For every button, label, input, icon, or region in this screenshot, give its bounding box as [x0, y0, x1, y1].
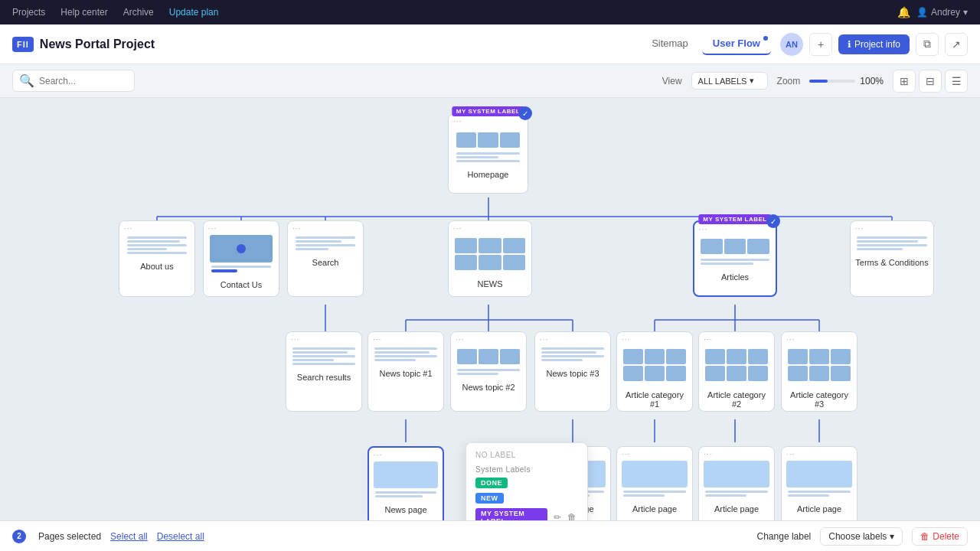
main-tabs: Sitemap User Flow	[641, 33, 771, 55]
card-search[interactable]: ··· Search	[287, 220, 364, 297]
deselect-all-link[interactable]: Deselect all	[157, 531, 204, 542]
view-select[interactable]: ALL LABELS ▾	[691, 72, 768, 90]
card-label-article-page1: Article page	[617, 504, 692, 514]
card-label-homepage: Homepage	[449, 170, 528, 179]
card-label-news: NEWS	[449, 279, 531, 289]
card-about[interactable]: ··· About us	[119, 220, 195, 297]
card-label-news-topic3: News topic #3	[535, 369, 610, 378]
canvas: MY SYSTEM LABEL ✓ ··· Homepage ··· About…	[0, 98, 980, 520]
selected-pages-count: 2	[12, 530, 26, 543]
zoom-slider[interactable]	[809, 80, 855, 83]
edit-label-button[interactable]: ✏	[552, 510, 563, 520]
avatar[interactable]: AN	[780, 33, 803, 56]
logo-mark: FII	[12, 37, 34, 52]
label-new[interactable]: NEW	[471, 491, 583, 506]
project-info-button[interactable]: ℹ Project info	[838, 34, 910, 54]
card-news-topic2[interactable]: ··· News topic #2	[450, 331, 527, 412]
delete-button[interactable]: 🗑 Delete	[912, 527, 968, 546]
card-homepage[interactable]: MY SYSTEM LABEL ✓ ··· Homepage	[448, 113, 528, 194]
zoom-label: Zoom	[777, 76, 801, 86]
nav-update-plan[interactable]: Update plan	[169, 7, 219, 18]
card-search-results[interactable]: ··· Search results	[286, 331, 362, 412]
card-article-page1[interactable]: ··· Article page	[616, 446, 693, 520]
toolbar: 🔍 View ALL LABELS ▾ Zoom 100% ⊞ ⊟ ☰	[0, 64, 980, 98]
copy-button[interactable]: ⧉	[916, 33, 939, 56]
compact-view-button[interactable]: ⊟	[919, 70, 942, 93]
card-label-news-page: News page	[369, 505, 443, 514]
card-news[interactable]: ··· NEWS	[448, 220, 532, 297]
card-label-news-topic1: News topic #1	[368, 369, 443, 378]
system-badge: MY SYSTEM LABEL	[475, 508, 547, 520]
top-navigation: Projects Help center Archive Update plan…	[0, 0, 980, 24]
card-article-cat1[interactable]: ··· Article category #1	[616, 331, 693, 412]
label-system[interactable]: MY SYSTEM LABEL ✏ 🗑	[471, 506, 583, 520]
card-contact[interactable]: ··· Contact Us	[203, 220, 279, 297]
list-view-button[interactable]: ☰	[945, 70, 968, 93]
card-articles[interactable]: MY SYSTEM LABEL ✓ ··· Articles	[693, 220, 777, 297]
card-label-search: Search	[288, 258, 363, 267]
view-label: View	[662, 76, 682, 86]
card-news-topic1[interactable]: ··· News topic #1	[368, 331, 444, 412]
card-label-about: About us	[119, 262, 194, 271]
search-icon: 🔍	[19, 73, 34, 88]
card-label-article-page3: Article page	[782, 504, 857, 514]
card-label-news-topic2: News topic #2	[451, 383, 526, 392]
tab-user-flow[interactable]: User Flow	[702, 33, 771, 55]
system-label-articles: MY SYSTEM LABEL	[698, 214, 771, 224]
zoom-value: 100%	[860, 76, 884, 86]
system-labels-section: System Labels	[471, 462, 583, 475]
check-badge-articles: ✓	[766, 214, 780, 228]
card-label-article-cat3: Article category #3	[782, 390, 857, 409]
view-mode-group: ⊞ ⊟ ☰	[893, 70, 968, 93]
card-terms[interactable]: ··· Terms & Conditions	[850, 220, 934, 297]
logo[interactable]: FII News Portal Project	[12, 37, 155, 52]
pages-selected-label: Pages selected	[38, 531, 101, 542]
no-label-option[interactable]: NO LABEL	[471, 448, 583, 462]
zoom-controls: 100%	[809, 76, 884, 86]
label-done[interactable]: DONE	[471, 475, 583, 491]
search-input[interactable]	[39, 76, 128, 86]
nav-help-center[interactable]: Help center	[60, 7, 107, 18]
card-label-terms: Terms & Conditions	[851, 258, 933, 267]
choose-labels-button[interactable]: Choose labels ▾	[820, 527, 903, 546]
card-article-cat2[interactable]: ··· Article category #2	[698, 331, 775, 412]
nav-projects[interactable]: Projects	[12, 7, 45, 18]
search-box[interactable]: 🔍	[12, 70, 135, 92]
add-user-button[interactable]: +	[809, 33, 832, 56]
header-bar: FII News Portal Project Sitemap User Flo…	[0, 24, 980, 64]
user-menu[interactable]: 👤 Andrey ▾	[916, 7, 968, 18]
card-article-cat3[interactable]: ··· Article category #3	[781, 331, 858, 412]
card-article-page2[interactable]: ··· Article page	[698, 446, 775, 520]
label-dropdown: NO LABEL System Labels DONE NEW MY SYSTE…	[466, 442, 588, 520]
done-badge: DONE	[475, 478, 508, 488]
notifications-icon[interactable]: 🔔	[897, 6, 910, 18]
select-all-link[interactable]: Select all	[110, 531, 148, 542]
tab-sitemap[interactable]: Sitemap	[641, 33, 699, 55]
card-label-article-cat2: Article category #2	[699, 390, 774, 409]
grid-view-button[interactable]: ⊞	[893, 70, 916, 93]
bottom-bar: 2 Pages selected Select all Deselect all…	[0, 520, 980, 551]
card-label-articles: Articles	[694, 272, 776, 282]
change-label-text: Change label	[757, 531, 812, 542]
card-news-page[interactable]: ··· News page	[368, 446, 444, 520]
new-badge: NEW	[475, 493, 504, 504]
check-badge-homepage: ✓	[518, 106, 532, 120]
card-label-article-page2: Article page	[699, 504, 774, 514]
project-title: News Portal Project	[40, 37, 155, 51]
share-button[interactable]: ↗	[945, 33, 968, 56]
system-label-homepage: MY SYSTEM LABEL	[452, 106, 524, 116]
header-actions: AN + ℹ Project info ⧉ ↗	[780, 33, 968, 56]
card-article-page3[interactable]: ··· Article page	[781, 446, 858, 520]
delete-label-button[interactable]: 🗑	[566, 510, 578, 520]
card-label-search-results: Search results	[286, 373, 361, 382]
nav-archive[interactable]: Archive	[123, 7, 154, 18]
card-dots-homepage: ···	[453, 117, 462, 126]
card-label-contact: Contact Us	[204, 280, 279, 289]
card-label-article-cat1: Article category #1	[617, 390, 692, 409]
card-news-topic3[interactable]: ··· News topic #3	[534, 331, 611, 412]
